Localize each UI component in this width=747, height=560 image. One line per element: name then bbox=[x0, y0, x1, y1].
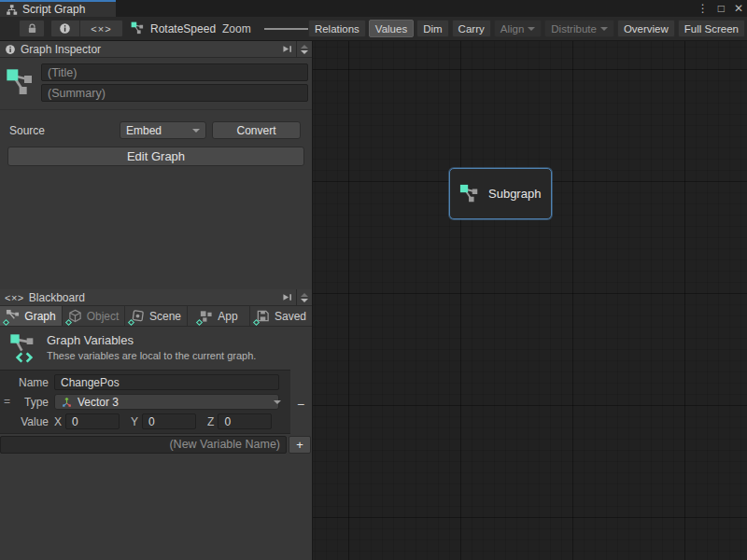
tab-graph[interactable]: Graph bbox=[0, 306, 63, 326]
tab-object[interactable]: Object bbox=[63, 306, 125, 326]
graph-toolbar: <×> RotateSpeed Zoom 1x Relations Values… bbox=[0, 17, 747, 41]
chevron-down-icon bbox=[600, 27, 608, 31]
breadcrumb-label: RotateSpeed bbox=[150, 22, 216, 35]
graph-variables-heading: Graph Variables These variables are loca… bbox=[0, 327, 312, 370]
graph-icon bbox=[6, 68, 35, 98]
graph-canvas[interactable]: Subgraph bbox=[313, 41, 747, 560]
dim-button[interactable]: Dim bbox=[416, 20, 448, 37]
info-toggle-button[interactable] bbox=[51, 21, 80, 36]
floppy-icon bbox=[256, 309, 271, 324]
graph-icon bbox=[131, 21, 145, 35]
graph-inspector-panel: Graph Inspector bbox=[0, 41, 312, 289]
scroll-spinner[interactable] bbox=[296, 41, 312, 57]
section-subtitle: These variables are local to the current… bbox=[47, 350, 256, 361]
blackboard-tabs: Graph Object Scene bbox=[0, 306, 312, 327]
inspector-toggle-group: <×> bbox=[50, 20, 123, 37]
scroll-down-icon[interactable] bbox=[301, 50, 308, 54]
dock-icon[interactable] bbox=[277, 41, 296, 57]
graph-variables-icon bbox=[9, 333, 39, 363]
title-bar: Script Graph ⋮ □ ✕ bbox=[0, 0, 747, 17]
script-graph-icon bbox=[6, 4, 18, 16]
tab-saved[interactable]: Saved bbox=[250, 306, 312, 326]
add-variable-button[interactable]: + bbox=[289, 436, 311, 454]
node-label: Subgraph bbox=[488, 187, 541, 201]
vector3-icon bbox=[61, 396, 73, 408]
panel-title: Graph Inspector bbox=[21, 43, 101, 56]
value-label: Value bbox=[0, 415, 54, 428]
x-label: X bbox=[54, 415, 62, 428]
remove-variable-button[interactable]: − bbox=[293, 396, 308, 413]
x-value-input[interactable] bbox=[65, 413, 120, 429]
scroll-down-icon[interactable] bbox=[301, 299, 308, 302]
graph-icon bbox=[459, 184, 480, 204]
variables-toggle-button[interactable]: <×> bbox=[80, 21, 123, 36]
scroll-spinner[interactable] bbox=[296, 289, 312, 305]
script-graph-window: Script Graph ⋮ □ ✕ <×> RotateSpeed Zoom bbox=[0, 0, 747, 560]
chevron-down-icon bbox=[192, 129, 200, 133]
app-icon bbox=[199, 309, 214, 324]
edit-graph-button[interactable]: Edit Graph bbox=[7, 147, 304, 166]
dock-icon[interactable] bbox=[277, 289, 296, 305]
variable-name-input[interactable] bbox=[54, 374, 279, 390]
menu-icon[interactable]: ⋮ bbox=[698, 0, 709, 17]
y-label: Y bbox=[131, 415, 138, 428]
z-value-input[interactable] bbox=[218, 413, 272, 429]
info-icon bbox=[5, 44, 16, 55]
source-dropdown[interactable]: Embed bbox=[120, 121, 206, 139]
side-panel: Graph Inspector bbox=[0, 41, 313, 560]
graph-inspector-header[interactable]: Graph Inspector bbox=[0, 41, 312, 58]
subgraph-node[interactable]: Subgraph bbox=[449, 168, 552, 219]
convert-button[interactable]: Convert bbox=[212, 121, 301, 139]
distribute-dropdown[interactable]: Distribute bbox=[544, 20, 614, 37]
tab-scene[interactable]: Scene bbox=[125, 306, 188, 326]
full-screen-button[interactable]: Full Screen bbox=[678, 20, 745, 37]
source-label: Source bbox=[9, 124, 120, 137]
variable-type-row: = Type Vector 3 bbox=[0, 392, 290, 412]
values-button[interactable]: Values bbox=[369, 20, 414, 37]
relations-button[interactable]: Relations bbox=[308, 20, 366, 37]
graph-title-input[interactable] bbox=[41, 63, 308, 81]
scroll-up-icon[interactable] bbox=[301, 45, 308, 49]
scene-icon bbox=[131, 309, 146, 324]
tab-script-graph[interactable]: Script Graph bbox=[0, 0, 116, 17]
tab-app[interactable]: App bbox=[188, 306, 250, 326]
name-label: Name bbox=[0, 376, 54, 389]
new-variable-row: + bbox=[0, 435, 312, 454]
variable-type-dropdown[interactable]: Vector 3 bbox=[54, 394, 279, 410]
lock-icon bbox=[26, 22, 38, 35]
variable-item: Name = Type Vector 3 Value X Y bbox=[0, 370, 290, 434]
panel-title: Blackboard bbox=[29, 291, 85, 304]
source-row: Source Embed Convert bbox=[9, 121, 303, 139]
window-controls: ⋮ □ ✕ bbox=[698, 0, 743, 17]
section-title: Graph Variables bbox=[47, 333, 256, 347]
carry-button[interactable]: Carry bbox=[452, 20, 491, 37]
close-icon[interactable]: ✕ bbox=[734, 0, 743, 17]
maximize-icon[interactable]: □ bbox=[718, 0, 725, 17]
variable-name-row: Name bbox=[0, 372, 290, 392]
lock-button[interactable] bbox=[19, 20, 45, 37]
variables-icon: <×> bbox=[5, 292, 24, 303]
tab-title: Script Graph bbox=[22, 3, 85, 16]
align-dropdown[interactable]: Align bbox=[494, 20, 543, 37]
type-value: Vector 3 bbox=[78, 396, 119, 409]
drag-handle[interactable]: = bbox=[4, 395, 10, 408]
new-variable-input[interactable] bbox=[0, 436, 287, 454]
source-value: Embed bbox=[126, 124, 162, 137]
toolbar-buttons: Relations Values Dim Carry Align Distrib… bbox=[308, 20, 745, 37]
z-label: Z bbox=[207, 415, 214, 428]
variables-icon: <×> bbox=[91, 23, 111, 35]
blackboard-header[interactable]: <×> Blackboard bbox=[0, 289, 312, 306]
breadcrumb[interactable]: RotateSpeed bbox=[131, 20, 216, 37]
graph-icon bbox=[6, 309, 21, 324]
chevron-down-icon bbox=[528, 27, 535, 31]
y-value-input[interactable] bbox=[142, 413, 196, 429]
cube-icon bbox=[68, 309, 83, 324]
scroll-up-icon[interactable] bbox=[301, 293, 308, 297]
graph-summary-input[interactable] bbox=[41, 84, 308, 102]
blackboard-panel: <×> Blackboard bbox=[0, 289, 312, 560]
variable-value-row: Value X Y Z bbox=[0, 412, 290, 431]
zoom-label: Zoom bbox=[222, 22, 251, 35]
overview-button[interactable]: Overview bbox=[617, 20, 675, 37]
info-icon bbox=[59, 22, 71, 35]
chevron-down-icon bbox=[274, 400, 281, 404]
